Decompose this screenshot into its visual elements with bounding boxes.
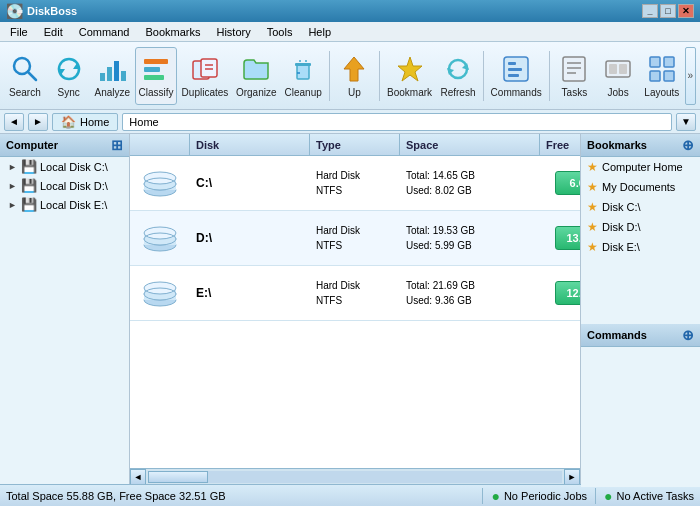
hscroll-thumb[interactable] (148, 471, 208, 483)
cleanup-button[interactable]: Cleanup (282, 47, 325, 105)
home-button[interactable]: 🏠 Home (52, 113, 118, 131)
app-icon: 💽 (6, 3, 23, 19)
titlebar-left: 💽 DiskBoss (6, 3, 77, 19)
sync-button[interactable]: Sync (48, 47, 90, 105)
bookmark-label-4: Disk E:\ (602, 241, 640, 253)
computer-header: Computer ⊞ (0, 134, 129, 157)
svg-marker-18 (344, 57, 364, 81)
svg-rect-6 (144, 59, 168, 64)
toolbar-sep-2 (379, 51, 380, 101)
main-area: Computer ⊞ ► 💾 Local Disk C:\ ► 💾 Local … (0, 134, 700, 484)
classify-button[interactable]: Classify (135, 47, 177, 105)
addressbar: ◄ ► 🏠 Home ▼ (0, 110, 700, 134)
jobs-label: Jobs (608, 87, 629, 98)
minimize-button[interactable]: _ (642, 4, 658, 18)
bookmark-computer-home[interactable]: ★ Computer Home (581, 157, 700, 177)
hscrollbar[interactable]: ◄ ► (130, 468, 580, 484)
address-input[interactable] (122, 113, 672, 131)
tree-item-c[interactable]: ► 💾 Local Disk C:\ (0, 157, 129, 176)
svg-line-1 (28, 72, 36, 80)
duplicates-button[interactable]: Duplicates (179, 47, 231, 105)
scroll-right-button[interactable]: ► (564, 469, 580, 485)
tasks-button[interactable]: Tasks (554, 47, 596, 105)
bookmark-disk-e[interactable]: ★ Disk E:\ (581, 237, 700, 257)
bookmarks-add-icon[interactable]: ⊕ (682, 137, 694, 153)
scroll-left-button[interactable]: ◄ (130, 469, 146, 485)
analyze-button[interactable]: Analyze (91, 47, 133, 105)
classify-label: Classify (139, 87, 174, 98)
refresh-button[interactable]: Refresh (437, 47, 479, 105)
disk-d-free: 13.55 GB (540, 226, 580, 250)
computer-expand-icon: ⊞ (111, 137, 123, 153)
toolbar-sep-4 (549, 51, 550, 101)
jobs-button[interactable]: Jobs (597, 47, 639, 105)
status-right-icon: ● (604, 488, 612, 504)
disk-d-label: Local Disk D:\ (40, 180, 108, 192)
commands-label: Commands (587, 329, 647, 341)
disk-c-letter: C:\ (190, 172, 310, 194)
cleanup-icon (287, 53, 319, 85)
close-button[interactable]: ✕ (678, 4, 694, 18)
menu-bookmarks[interactable]: Bookmarks (139, 24, 206, 40)
table-row[interactable]: E:\ Hard Disk NTFS Total: 21.69 GB Used:… (130, 266, 580, 321)
star-icon-0: ★ (587, 160, 598, 174)
up-button[interactable]: Up (334, 47, 376, 105)
up-icon (338, 53, 370, 85)
disk-c-row-icon (130, 162, 190, 204)
table-header: Disk Type Space Free Status (130, 134, 580, 156)
address-dropdown-button[interactable]: ▼ (676, 113, 696, 131)
titlebar-controls[interactable]: _ □ ✕ (642, 4, 694, 18)
commands-add-icon[interactable]: ⊕ (682, 327, 694, 343)
table-row[interactable]: C:\ Hard Disk NTFS Total: 14.65 GB Used:… (130, 156, 580, 211)
svg-rect-31 (609, 64, 617, 74)
toolbar-sep-1 (329, 51, 330, 101)
menu-history[interactable]: History (210, 24, 256, 40)
table-row[interactable]: D:\ Hard Disk NTFS Total: 19.53 GB Used:… (130, 211, 580, 266)
disk-d-icon: 💾 (21, 178, 37, 193)
tree-item-d[interactable]: ► 💾 Local Disk D:\ (0, 176, 129, 195)
cleanup-label: Cleanup (285, 87, 322, 98)
menu-tools[interactable]: Tools (261, 24, 299, 40)
svg-rect-13 (297, 65, 309, 79)
menu-edit[interactable]: Edit (38, 24, 69, 40)
disk-c-free-badge: 6.63 GB (555, 171, 580, 195)
layouts-button[interactable]: Layouts (641, 47, 683, 105)
disk-e-free-badge: 12.33 GB (555, 281, 580, 305)
star-icon-1: ★ (587, 180, 598, 194)
menu-help[interactable]: Help (302, 24, 337, 40)
bookmark-disk-d[interactable]: ★ Disk D:\ (581, 217, 700, 237)
svg-rect-32 (619, 64, 627, 74)
home-label: Home (80, 116, 109, 128)
menu-file[interactable]: File (4, 24, 34, 40)
search-button[interactable]: Search (4, 47, 46, 105)
computer-label: Computer (6, 139, 58, 151)
bookmark-button[interactable]: Bookmark (384, 47, 435, 105)
disk-d-space: Total: 19.53 GB Used: 5.99 GB (400, 219, 540, 257)
star-icon-2: ★ (587, 200, 598, 214)
svg-rect-25 (508, 74, 519, 77)
bookmark-label: Bookmark (387, 87, 432, 98)
expand-d-icon: ► (8, 181, 18, 191)
svg-rect-35 (650, 71, 660, 81)
disk-e-letter: E:\ (190, 282, 310, 304)
forward-button[interactable]: ► (28, 113, 48, 131)
organize-button[interactable]: Organize (233, 47, 280, 105)
bookmark-disk-c[interactable]: ★ Disk C:\ (581, 197, 700, 217)
hscroll-track[interactable] (148, 471, 562, 483)
sync-icon (53, 53, 85, 85)
toolbar-overflow-button[interactable]: » (685, 47, 696, 105)
bookmark-my-documents[interactable]: ★ My Documents (581, 177, 700, 197)
toolbar-sep-3 (483, 51, 484, 101)
commands-button[interactable]: Commands (488, 47, 545, 105)
app-title: DiskBoss (27, 5, 77, 17)
disk-d-free-badge: 13.55 GB (555, 226, 580, 250)
disk-c-icon: 💾 (21, 159, 37, 174)
maximize-button[interactable]: □ (660, 4, 676, 18)
refresh-label: Refresh (440, 87, 475, 98)
back-button[interactable]: ◄ (4, 113, 24, 131)
svg-rect-4 (114, 61, 119, 81)
menu-command[interactable]: Command (73, 24, 136, 40)
tree-item-e[interactable]: ► 💾 Local Disk E:\ (0, 195, 129, 214)
disk-e-row-icon (130, 272, 190, 314)
disk-d-row-icon (130, 217, 190, 259)
